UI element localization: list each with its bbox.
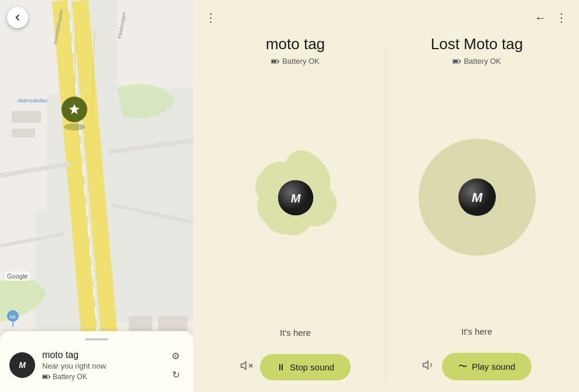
svg-marker-25 bbox=[69, 104, 80, 114]
svg-marker-49 bbox=[423, 362, 428, 369]
header-back-button[interactable]: ← bbox=[532, 9, 549, 27]
device-info: moto tag Near you right now Battery OK bbox=[42, 350, 160, 381]
sheet-battery: Battery OK bbox=[42, 373, 160, 381]
stop-sound-button[interactable]: ⏸ Stop sound bbox=[260, 354, 351, 380]
device-battery-2: Battery OK bbox=[453, 57, 501, 66]
map-back-button[interactable] bbox=[7, 7, 28, 28]
svg-rect-45 bbox=[453, 60, 458, 63]
device-battery-1: Battery OK bbox=[271, 57, 320, 66]
svg-rect-36 bbox=[272, 60, 276, 63]
menu-dots-right[interactable]: ⋮ bbox=[553, 8, 570, 27]
svg-point-26 bbox=[71, 107, 74, 109]
marker-icon bbox=[61, 97, 87, 122]
svg-rect-44 bbox=[460, 60, 461, 62]
svg-rect-35 bbox=[278, 60, 279, 62]
svg-text:M: M bbox=[290, 192, 301, 205]
map-bottom-sheet: M moto tag Near you right now Battery OK… bbox=[0, 331, 193, 392]
sheet-device-name: moto tag bbox=[42, 350, 160, 360]
device-title-1: moto tag bbox=[266, 35, 325, 53]
marker-shadow bbox=[64, 123, 85, 130]
play-sound-button[interactable]: 〜 Play sound bbox=[442, 353, 532, 380]
svg-text:nkärrsskolan: nkärrsskolan bbox=[18, 98, 47, 104]
wave-icon: 〜 bbox=[458, 361, 467, 372]
tag-visual-1: M bbox=[237, 77, 354, 318]
location-text-2: It's here bbox=[461, 326, 492, 336]
map-marker bbox=[61, 97, 87, 130]
right-panel: ⋮ ← ⋮ moto tag Battery OK bbox=[193, 0, 579, 392]
device-title-2: Lost Moto tag bbox=[431, 35, 523, 53]
tag-visual-2: M bbox=[413, 77, 542, 317]
location-text-1: It's here bbox=[280, 328, 311, 338]
settings-button[interactable]: ⚙ bbox=[167, 348, 184, 364]
device-avatar: M bbox=[9, 352, 35, 378]
sound-on-icon-2 bbox=[422, 359, 435, 374]
devices-row: moto tag Battery OK bbox=[193, 35, 579, 392]
right-header: ⋮ ← ⋮ bbox=[193, 0, 579, 35]
sheet-device-status: Near you right now bbox=[42, 362, 160, 370]
device-panel-moto-tag: moto tag Battery OK bbox=[205, 35, 386, 392]
svg-rect-33 bbox=[43, 376, 47, 378]
action-row-2: 〜 Play sound bbox=[398, 346, 556, 392]
action-row-1: ⏸ Stop sound bbox=[217, 347, 374, 392]
sheet-handle bbox=[85, 338, 108, 341]
svg-rect-7 bbox=[12, 129, 35, 137]
svg-text:AB: AB bbox=[9, 314, 16, 319]
refresh-button[interactable]: ↻ bbox=[167, 366, 184, 383]
device-panel-lost-tag: Lost Moto tag Battery OK bbox=[386, 35, 567, 392]
pause-icon: ⏸ bbox=[276, 362, 285, 372]
svg-rect-4 bbox=[117, 0, 193, 88]
sound-off-icon-1 bbox=[240, 359, 253, 375]
menu-dots-left[interactable]: ⋮ bbox=[203, 8, 219, 27]
svg-marker-40 bbox=[241, 362, 246, 370]
svg-text:M: M bbox=[471, 190, 482, 205]
svg-rect-32 bbox=[49, 376, 50, 377]
svg-rect-6 bbox=[12, 111, 41, 123]
map-panel: nkärrsskolan Häcklefjällsgatan Pålsboväg… bbox=[0, 0, 193, 392]
google-logo: Google bbox=[5, 271, 30, 281]
svg-text:M: M bbox=[19, 360, 26, 370]
